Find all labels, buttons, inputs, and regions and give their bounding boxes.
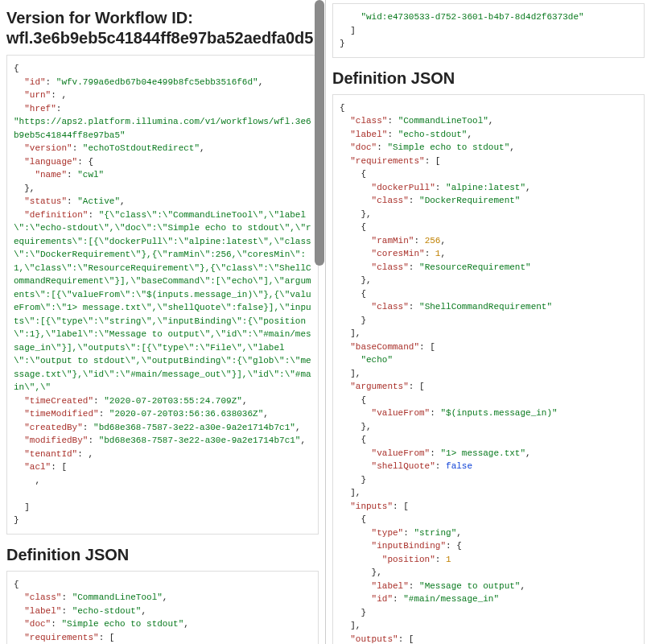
- version-heading: Version for Workflow ID: wfl.3e6b9eb5c41…: [6, 8, 319, 48]
- left-pane: Version for Workflow ID: wfl.3e6b9eb5c41…: [0, 0, 326, 644]
- right-top-fragment-block: "wid:e4730533-d752-3601-b4b7-8d4d2f6373d…: [332, 3, 645, 58]
- right-definition-heading: Definition JSON: [332, 69, 645, 88]
- left-definition-json-block: { "class": "CommandLineTool", "label": "…: [6, 571, 319, 645]
- left-definition-heading: Definition JSON: [6, 546, 319, 564]
- right-pane: "wid:e4730533-d752-3601-b4b7-8d4d2f6373d…: [326, 0, 651, 644]
- split-container: Version for Workflow ID: wfl.3e6b9eb5c41…: [0, 0, 651, 644]
- left-scrollbar-track[interactable]: [314, 0, 325, 644]
- version-json-block: { "id": "wfv.799a6edb67b04e499b8fc5ebb35…: [6, 55, 319, 535]
- left-scrollbar-thumb[interactable]: [315, 0, 324, 266]
- version-heading-id: wfl.3e6b9eb5c41844ff8e97ba52aedfa0d5: [6, 29, 313, 47]
- version-heading-prefix: Version for Workflow ID:: [6, 9, 193, 27]
- right-definition-json-block: { "class": "CommandLineTool", "label": "…: [332, 94, 645, 645]
